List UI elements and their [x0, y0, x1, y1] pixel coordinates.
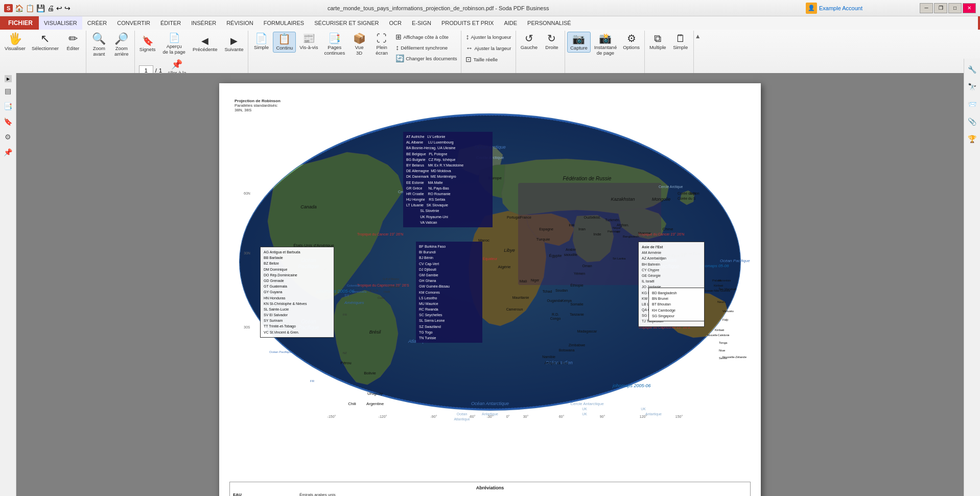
restore-button[interactable]: ❐ — [934, 3, 947, 13]
svg-text:Équateur: Équateur — [483, 256, 498, 261]
menu-personnalise[interactable]: PERSONNALISÉ — [522, 16, 576, 30]
svg-text:Éthiopie: Éthiopie — [570, 283, 583, 288]
sidebar-btn-thumbnails[interactable]: ▤ — [2, 84, 15, 98]
sidebar-btn-pin[interactable]: 📌 — [2, 146, 15, 159]
svg-text:Niger: Niger — [531, 278, 540, 282]
right-btn-comments[interactable]: 📨 — [966, 98, 979, 111]
btn-editer[interactable]: ✏ Éditer — [62, 32, 84, 53]
right-btn-tools[interactable]: 🔧 — [966, 63, 979, 76]
close-button[interactable]: ✕ — [963, 3, 976, 13]
btn-instantane[interactable]: 📸 Instantanéde page — [592, 32, 619, 57]
svg-text:Tanzanie: Tanzanie — [570, 313, 584, 316]
btn-vis-a-vis[interactable]: 📰 Vis-à-vis — [297, 32, 320, 52]
btn-changer-docs[interactable]: 🔄 Changer les documents — [393, 53, 459, 63]
btn-continu[interactable]: 📋 Continu — [273, 32, 296, 53]
right-btn-award[interactable]: 🏆 — [966, 132, 979, 146]
menu-convertir[interactable]: CONVERTIR — [112, 16, 155, 30]
btn-signets[interactable]: 🔖 Signets — [137, 35, 158, 54]
menu-formulaires[interactable]: FORMULAIRES — [259, 16, 309, 30]
btn-defilement[interactable]: ↕ Défilement synchrone — [393, 42, 459, 53]
btn-options[interactable]: ⚙ Options — [620, 32, 642, 52]
capture-icon: 📷 — [572, 34, 585, 44]
app-icon-print[interactable]: 🖨 — [47, 4, 54, 12]
svg-text:Mali: Mali — [520, 279, 527, 284]
svg-text:Myanmar: Myanmar — [638, 231, 651, 234]
btn-taille-reelle[interactable]: ⊡ Taille réelle — [463, 54, 500, 64]
svg-text:-150°: -150° — [328, 415, 336, 418]
btn-capture[interactable]: 📷 Capture — [567, 32, 591, 53]
pdf-page: Projection de Robinson Parallèles standa… — [219, 83, 761, 496]
menu-esign[interactable]: E-SIGN — [407, 16, 436, 30]
account-name[interactable]: Example Account — [819, 5, 862, 11]
bookmark-icon: 🔖 — [142, 36, 153, 45]
svg-text:Antartique: Antartique — [645, 412, 662, 416]
svg-text:Chine: Chine — [663, 227, 673, 231]
app-icon-redo[interactable]: ↪ — [64, 4, 71, 12]
svg-text:Corée du N: Corée du N — [678, 192, 696, 195]
svg-text:Haïti: Haïti — [384, 290, 390, 293]
btn-simple[interactable]: 📄 Simple — [250, 32, 272, 52]
btn-selectionner[interactable]: ↖ Sélectionner — [29, 32, 61, 53]
btn-visualiser[interactable]: 🖐 Visualiser — [2, 32, 28, 53]
sidebar-expand-btn[interactable]: ▶ — [5, 75, 12, 82]
btn-ajuster-largeur[interactable]: ↔ Ajuster la largeur — [463, 43, 513, 53]
rotate-left-icon: ↺ — [525, 33, 533, 43]
account-icon: 👤 — [806, 3, 817, 14]
btn-suivante[interactable]: ▶ Suivante — [222, 35, 246, 54]
btn-ajuster-longueur[interactable]: ↕ Ajuster la longueur — [463, 32, 513, 42]
south-asia-legend-box: BD Bangladesh BN Brunei BT Bhoutan KH Ca… — [648, 288, 705, 321]
preview-icon: 📄 — [169, 33, 180, 42]
btn-gauche[interactable]: ↺ Gauche — [518, 32, 540, 52]
goto-icon: 📌 — [171, 60, 182, 69]
sidebar-btn-settings[interactable]: ⚙ — [2, 130, 15, 144]
zoom-in-icon: 🔍 — [92, 33, 106, 44]
menu-produits[interactable]: PRODUITS ET PRIX — [436, 16, 499, 30]
btn-simple-doc[interactable]: 🗒 Simple — [670, 32, 691, 52]
switch-docs-icon: 🔄 — [395, 54, 404, 62]
sidebar-btn-layers[interactable]: 🔖 — [2, 115, 15, 128]
svg-text:johomaps 2005-06: johomaps 2005-06 — [612, 383, 651, 388]
btn-droite[interactable]: ↻ Droite — [541, 32, 563, 52]
svg-text:Kazakhstan: Kazakhstan — [611, 197, 635, 202]
sidebar-btn-bookmarks[interactable]: 📑 — [2, 100, 15, 113]
app-icon-save[interactable]: 💾 — [36, 4, 45, 12]
svg-text:Cameroun: Cameroun — [506, 308, 523, 311]
app-icon-file[interactable]: 📋 — [26, 4, 34, 12]
app-icon-undo[interactable]: ↩ — [56, 4, 62, 12]
menu-visualiser[interactable]: VISUALISER — [39, 16, 82, 30]
btn-pages-continues[interactable]: 📑 Pagescontinues — [321, 32, 347, 57]
svg-text:Turkmén.: Turkmén. — [605, 218, 620, 222]
svg-text:150°: 150° — [675, 415, 683, 418]
menu-bar: FICHIER VISUALISER CRÉER CONVERTIR ÉDITE… — [0, 16, 980, 30]
abbrev-title: Abréviations — [233, 485, 747, 490]
svg-text:Uruguay: Uruguay — [367, 391, 383, 396]
menu-creer[interactable]: CRÉER — [82, 16, 112, 30]
app-icon-home[interactable]: 🏠 — [15, 4, 24, 12]
menu-editer[interactable]: ÉDITER — [155, 16, 186, 30]
btn-affichage-cote[interactable]: ⊞ Affichage côte à côte — [393, 32, 459, 42]
menu-revision[interactable]: RÉVISION — [221, 16, 259, 30]
right-btn-search[interactable]: 🔭 — [966, 80, 979, 93]
svg-text:Libye: Libye — [504, 248, 515, 253]
svg-text:Nouvelle-Calédonie: Nouvelle-Calédonie — [707, 334, 730, 337]
btn-plein-ecran[interactable]: ⛶ Pleinécran — [371, 32, 392, 57]
btn-apercu[interactable]: 📄 Aperçude la page — [160, 32, 188, 56]
menu-aide[interactable]: AIDE — [499, 16, 522, 30]
svg-text:Micronésie: Micronésie — [718, 279, 731, 282]
svg-text:Amériques: Amériques — [344, 300, 364, 305]
menu-ocr[interactable]: OCR — [384, 16, 407, 30]
btn-zoom-arriere[interactable]: 🔎 Zoomarrière — [111, 32, 132, 58]
svg-text:Tonga: Tonga — [719, 341, 728, 344]
btn-multiple[interactable]: ⧉ Multiple — [647, 32, 669, 52]
minimize-button[interactable]: ─ — [920, 3, 933, 13]
btn-vue-3d[interactable]: 📦 Vue3D — [348, 32, 370, 57]
maximize-button[interactable]: □ — [948, 3, 962, 13]
btn-zoom-avant[interactable]: 🔍 Zoomavant — [88, 32, 110, 58]
menu-inserer[interactable]: INSÉRER — [186, 16, 221, 30]
svg-text:Inde: Inde — [593, 232, 601, 237]
menu-fichier[interactable]: FICHIER — [2, 16, 39, 30]
title-left: S 🏠 📋 💾 🖨 ↩ ↪ — [4, 4, 71, 12]
btn-precedente[interactable]: ◀ Précédente — [190, 35, 220, 54]
menu-securiser[interactable]: SÉCURISER ET SIGNER — [309, 16, 384, 30]
right-btn-attach[interactable]: 📎 — [966, 115, 979, 128]
